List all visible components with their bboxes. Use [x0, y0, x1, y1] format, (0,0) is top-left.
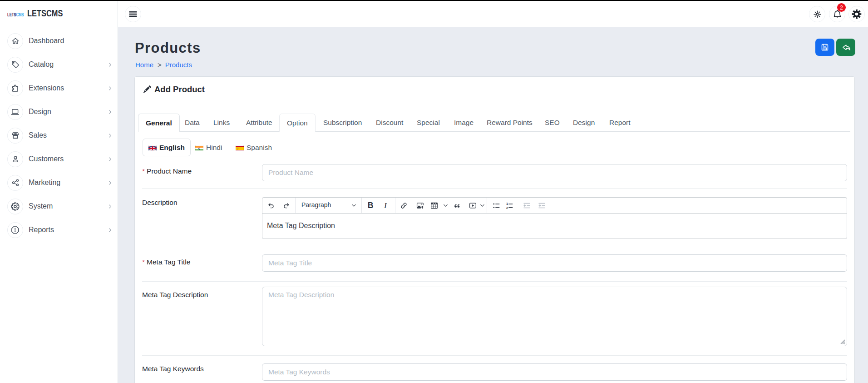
- svg-text:2: 2: [506, 205, 508, 209]
